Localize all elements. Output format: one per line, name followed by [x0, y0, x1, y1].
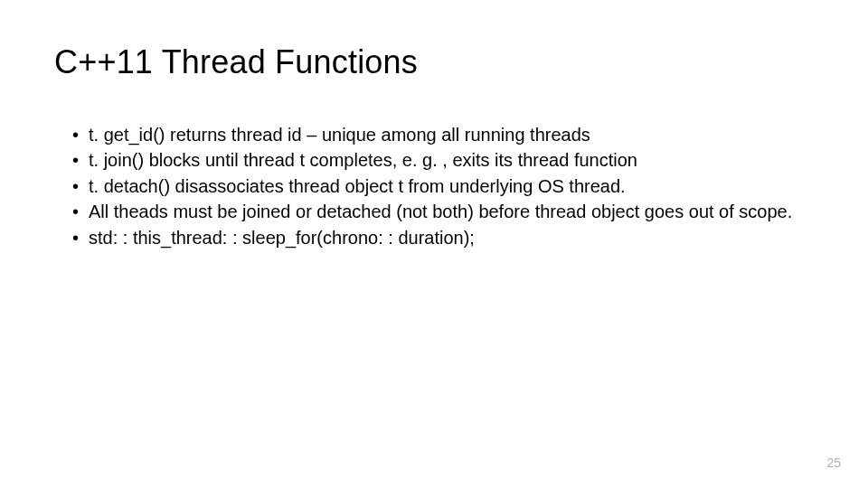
list-item: t. detach() disassociates thread object …: [72, 174, 814, 198]
bullet-list: t. get_id() returns thread id – unique a…: [54, 123, 814, 249]
slide-title: C++11 Thread Functions: [54, 43, 814, 81]
list-item: t. get_id() returns thread id – unique a…: [72, 123, 814, 146]
list-item: t. join() blocks until thread t complete…: [72, 148, 814, 172]
list-item: std: : this_thread: : sleep_for(chrono: …: [72, 226, 814, 249]
slide: C++11 Thread Functions t. get_id() retur…: [0, 0, 868, 488]
page-number: 25: [826, 455, 841, 470]
list-item: All theads must be joined or detached (n…: [72, 200, 814, 223]
